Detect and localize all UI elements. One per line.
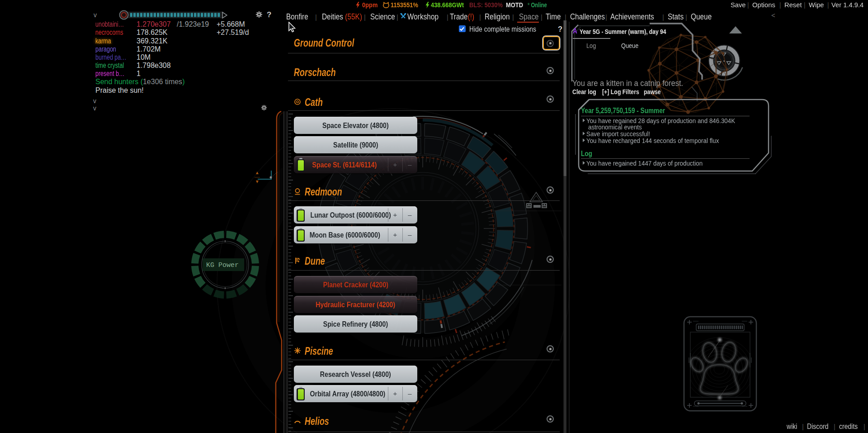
svg-text:KG Power: KG Power — [206, 262, 239, 269]
